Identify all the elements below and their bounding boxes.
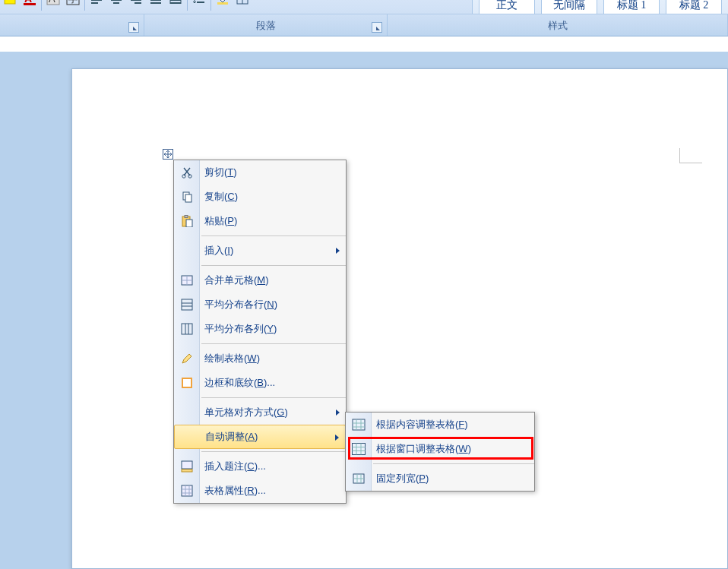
svg-rect-24 bbox=[353, 419, 365, 430]
distribute-rows-icon bbox=[179, 297, 195, 312]
svg-text:字: 字 bbox=[68, 0, 78, 5]
label: 剪切(T) bbox=[204, 166, 237, 179]
svg-rect-7 bbox=[217, 2, 228, 5]
svg-rect-21 bbox=[182, 461, 192, 469]
autofit-content-icon bbox=[351, 417, 366, 432]
group-paragraph: 段落 bbox=[144, 14, 388, 36]
svg-rect-13 bbox=[185, 194, 191, 202]
paragraph-dialog-launcher[interactable] bbox=[372, 22, 382, 33]
menu-item-table-properties[interactable]: 表格属性(R)... bbox=[174, 479, 346, 503]
menu-separator bbox=[373, 463, 534, 464]
align-left-button[interactable] bbox=[87, 0, 106, 8]
menu-separator bbox=[201, 236, 346, 236]
char-shading-button[interactable]: A bbox=[44, 0, 62, 8]
label: 合并单元格(M) bbox=[204, 273, 269, 287]
table-move-handle[interactable] bbox=[163, 149, 173, 160]
highlight-button[interactable] bbox=[1, 0, 19, 8]
svg-rect-8 bbox=[237, 0, 248, 4]
distribute-cols-icon bbox=[179, 321, 195, 337]
label: 固定列宽(P) bbox=[376, 472, 429, 485]
submenu-arrow-icon bbox=[336, 248, 340, 254]
group-divider bbox=[84, 0, 85, 11]
menu-item-autofit[interactable]: 自动调整(A) bbox=[174, 425, 346, 449]
label: 复制(C) bbox=[204, 190, 238, 204]
group-paragraph-label: 段落 bbox=[256, 20, 276, 31]
svg-rect-3 bbox=[47, 0, 59, 5]
group-styles: 样式 bbox=[388, 14, 728, 36]
svg-rect-2 bbox=[24, 3, 36, 5]
context-menu: 剪切(T) 复制(C) 粘贴(P) 插入(I) 合并单元格(M) 平均分布各行(… bbox=[173, 160, 347, 504]
svg-rect-20 bbox=[182, 378, 191, 387]
menu-item-cell-alignment[interactable]: 单元格对齐方式(G) bbox=[174, 400, 346, 425]
group-styles-label: 样式 bbox=[548, 20, 568, 31]
group-divider bbox=[210, 0, 211, 11]
svg-rect-15 bbox=[185, 216, 188, 218]
copy-icon bbox=[179, 189, 195, 204]
align-justify-button[interactable] bbox=[147, 0, 165, 8]
caption-icon bbox=[179, 459, 195, 474]
fixed-width-icon bbox=[351, 471, 366, 486]
menu-item-merge-cells[interactable]: 合并单元格(M) bbox=[174, 268, 346, 292]
group-font bbox=[0, 14, 144, 36]
svg-rect-25 bbox=[353, 444, 366, 455]
menu-item-copy[interactable]: 复制(C) bbox=[174, 185, 346, 209]
menu-separator bbox=[201, 343, 346, 344]
submenu-item-fit-content[interactable]: 根据内容调整表格(F) bbox=[346, 413, 534, 437]
group-divider bbox=[187, 0, 188, 11]
context-submenu-autofit: 根据内容调整表格(F) 根据窗口调整表格(W) 固定列宽(P) bbox=[345, 412, 535, 492]
page-canvas[interactable] bbox=[71, 68, 728, 569]
submenu-item-fit-window[interactable]: 根据窗口调整表格(W) bbox=[346, 437, 534, 461]
submenu-arrow-icon bbox=[335, 435, 339, 441]
margin-corner-mark bbox=[679, 148, 702, 163]
svg-rect-16 bbox=[186, 220, 192, 227]
submenu-item-fixed-width[interactable]: 固定列宽(P) bbox=[346, 466, 534, 491]
label: 插入题注(C)... bbox=[204, 460, 266, 473]
table-properties-icon bbox=[179, 483, 195, 498]
menu-item-paste[interactable]: 粘贴(P) bbox=[174, 209, 346, 233]
menu-separator bbox=[201, 451, 346, 452]
font-dialog-launcher[interactable] bbox=[128, 22, 139, 33]
align-center-button[interactable] bbox=[107, 0, 125, 8]
label: 平均分布各列(Y) bbox=[204, 322, 277, 336]
autofit-window-icon bbox=[351, 441, 366, 457]
group-labels: 段落 样式 bbox=[0, 14, 728, 36]
svg-rect-19 bbox=[182, 324, 192, 334]
char-border-button[interactable]: 字 bbox=[64, 0, 82, 8]
merge-cells-icon bbox=[179, 273, 195, 288]
borders-shading-icon bbox=[179, 375, 195, 390]
menu-separator bbox=[201, 397, 346, 398]
submenu-arrow-icon bbox=[336, 409, 340, 416]
label: 根据内容调整表格(F) bbox=[376, 418, 468, 431]
svg-rect-5 bbox=[67, 0, 79, 5]
svg-text:A: A bbox=[49, 0, 55, 5]
pencil-icon bbox=[179, 351, 195, 366]
shading-button[interactable] bbox=[214, 0, 232, 8]
distribute-button[interactable] bbox=[166, 0, 185, 8]
label: 自动调整(A) bbox=[205, 430, 258, 444]
font-color-button[interactable]: A bbox=[21, 0, 39, 8]
menu-item-distribute-rows[interactable]: 平均分布各行(N) bbox=[174, 292, 346, 317]
line-spacing-button[interactable] bbox=[190, 0, 208, 8]
paste-icon bbox=[179, 213, 195, 229]
svg-rect-23 bbox=[182, 485, 192, 496]
menu-item-cut[interactable]: 剪切(T) bbox=[174, 160, 346, 185]
svg-text:A: A bbox=[24, 0, 32, 5]
menu-item-borders-shading[interactable]: 边框和底纹(B)... bbox=[174, 371, 346, 395]
menu-item-insert[interactable]: 插入(I) bbox=[174, 239, 346, 263]
label: 插入(I) bbox=[204, 244, 233, 258]
label: 表格属性(R)... bbox=[204, 484, 266, 498]
svg-rect-22 bbox=[182, 469, 192, 472]
label: 绘制表格(W) bbox=[204, 352, 260, 365]
svg-rect-18 bbox=[182, 299, 192, 310]
cut-icon bbox=[179, 165, 195, 180]
menu-item-insert-caption[interactable]: 插入题注(C)... bbox=[174, 454, 346, 479]
menu-item-distribute-cols[interactable]: 平均分布各列(Y) bbox=[174, 317, 346, 341]
label: 单元格对齐方式(G) bbox=[204, 406, 288, 419]
label: 平均分布各行(N) bbox=[204, 298, 277, 311]
svg-rect-0 bbox=[5, 0, 15, 4]
menu-item-draw-table[interactable]: 绘制表格(W) bbox=[174, 346, 346, 371]
align-right-button[interactable] bbox=[127, 0, 145, 8]
label: 粘贴(P) bbox=[204, 214, 237, 228]
label: 边框和底纹(B)... bbox=[204, 376, 275, 390]
borders-button[interactable] bbox=[233, 0, 252, 8]
